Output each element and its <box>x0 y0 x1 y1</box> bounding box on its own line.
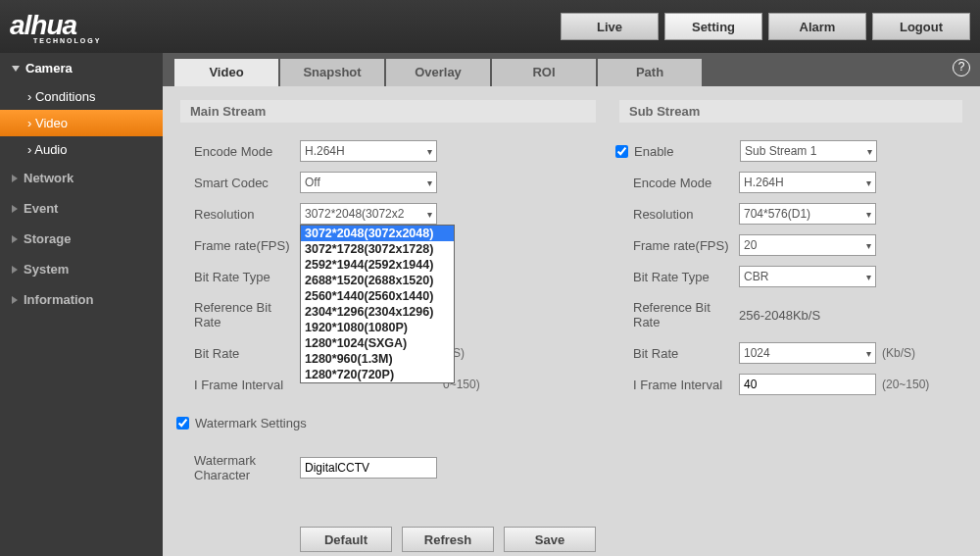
nav-alarm[interactable]: Alarm <box>768 13 866 40</box>
chevron-down-icon <box>12 66 20 72</box>
resolution-option[interactable]: 3072*2048(3072x2048) <box>301 226 454 241</box>
label-sub-bit-rate: Bit Rate <box>633 346 739 361</box>
label-smart-codec: Smart Codec <box>194 176 300 190</box>
sub-bit-rate-select[interactable]: 1024 <box>739 342 876 364</box>
main-encode-mode-select[interactable]: H.264H <box>300 140 437 162</box>
watermark-checkbox[interactable] <box>176 417 189 430</box>
main-stream-title: Main Stream <box>180 100 596 123</box>
sub-iframe-range: (20~150) <box>882 378 929 391</box>
label-sub-frame-rate: Frame rate(FPS) <box>633 238 739 253</box>
sidebar-item-system[interactable]: System <box>0 254 163 284</box>
label-encode-mode: Encode Mode <box>194 144 300 159</box>
resolution-option[interactable]: 1280*1024(SXGA) <box>301 335 454 351</box>
sidebar: Camera Conditions Video Audio Network Ev… <box>0 53 163 556</box>
resolution-option[interactable]: 3072*1728(3072x1728) <box>301 241 454 257</box>
sidebar-item-storage[interactable]: Storage <box>0 224 163 254</box>
sidebar-sub-audio[interactable]: Audio <box>0 136 163 163</box>
resolution-dropdown: 3072*2048(3072x2048) 3072*1728(3072x1728… <box>300 225 455 383</box>
tab-snapshot[interactable]: Snapshot <box>280 59 384 86</box>
label-watermark-char: Watermark Character <box>194 453 300 482</box>
sub-bit-rate-type-select[interactable]: CBR <box>739 266 876 287</box>
nav-live[interactable]: Live <box>561 13 659 40</box>
label-sub-reference-bit-rate: Reference Bit Rate <box>633 300 739 329</box>
label-sub-resolution: Resolution <box>633 207 739 222</box>
chevron-right-icon <box>12 266 18 274</box>
top-nav: Live Setting Alarm Logout <box>561 13 970 40</box>
brand-tagline: TECHNOLOGY <box>33 37 101 44</box>
sub-i-frame-input[interactable] <box>739 374 876 395</box>
sidebar-item-information[interactable]: Information <box>0 284 163 315</box>
brand-logo: alhua TECHNOLOGY <box>10 10 101 44</box>
resolution-option[interactable]: 2304*1296(2304x1296) <box>301 304 454 320</box>
chevron-right-icon <box>12 205 18 213</box>
main-resolution-select[interactable]: 3072*2048(3072x2 <box>300 203 437 225</box>
label-sub-i-frame: I Frame Interval <box>633 378 739 392</box>
main-smart-codec-select[interactable]: Off <box>300 172 437 193</box>
brand-text: alhua <box>10 10 76 40</box>
resolution-option[interactable]: 1280*720(720P) <box>301 367 454 382</box>
substream-select[interactable]: Sub Stream 1 <box>740 140 877 162</box>
default-button[interactable]: Default <box>300 527 392 552</box>
label-sub-encode-mode: Encode Mode <box>633 176 739 190</box>
chevron-right-icon <box>12 296 18 304</box>
label-resolution: Resolution <box>194 207 300 222</box>
label-frame-rate: Frame rate(FPS) <box>194 238 300 253</box>
sub-frame-rate-select[interactable]: 20 <box>739 234 876 256</box>
sub-encode-mode-select[interactable]: H.264H <box>739 172 876 193</box>
sub-resolution-select[interactable]: 704*576(D1) <box>739 203 876 225</box>
tab-roi[interactable]: ROI <box>492 59 596 86</box>
watermark-char-input[interactable] <box>300 457 437 479</box>
chevron-right-icon <box>12 235 18 243</box>
main-stream-panel: Main Stream Encode ModeH.264H Smart Code… <box>180 100 596 552</box>
sidebar-item-camera[interactable]: Camera <box>0 53 163 83</box>
nav-setting[interactable]: Setting <box>664 13 762 40</box>
sub-reference-value: 256-2048Kb/S <box>739 308 820 323</box>
sidebar-item-event[interactable]: Event <box>0 193 163 224</box>
tab-row: Video Snapshot Overlay ROI Path ? <box>163 53 980 86</box>
sub-stream-title: Sub Stream <box>619 100 962 123</box>
sidebar-sub-conditions[interactable]: Conditions <box>0 83 163 110</box>
label-sub-bit-rate-type: Bit Rate Type <box>633 270 739 284</box>
refresh-button[interactable]: Refresh <box>402 527 494 552</box>
tab-overlay[interactable]: Overlay <box>386 59 490 86</box>
tab-video[interactable]: Video <box>174 59 278 86</box>
chevron-right-icon <box>12 175 18 182</box>
save-button[interactable]: Save <box>504 527 596 552</box>
resolution-option[interactable]: 1920*1080(1080P) <box>301 320 454 335</box>
resolution-option[interactable]: 2688*1520(2688x1520) <box>301 273 454 288</box>
sub-bitrate-unit: (Kb/S) <box>882 346 915 360</box>
label-enable: Enable <box>634 144 740 159</box>
label-bit-rate-type: Bit Rate Type <box>194 270 300 284</box>
sub-stream-panel: Sub Stream EnableSub Stream 1 Encode Mod… <box>619 100 962 552</box>
resolution-option[interactable]: 1280*960(1.3M) <box>301 351 454 367</box>
resolution-option[interactable]: 2560*1440(2560x1440) <box>301 288 454 304</box>
substream-enable-checkbox[interactable] <box>615 145 628 158</box>
help-icon[interactable]: ? <box>953 59 970 76</box>
nav-logout[interactable]: Logout <box>872 13 970 40</box>
label-bit-rate: Bit Rate <box>194 346 300 361</box>
sidebar-sub-video[interactable]: Video <box>0 110 163 136</box>
label-reference-bit-rate: Reference Bit Rate <box>194 300 300 329</box>
tab-path[interactable]: Path <box>598 59 702 86</box>
label-watermark-settings: Watermark Settings <box>195 416 307 430</box>
resolution-option[interactable]: 2592*1944(2592x1944) <box>301 257 454 273</box>
label-i-frame: I Frame Interval <box>194 378 300 392</box>
topbar: alhua TECHNOLOGY Live Setting Alarm Logo… <box>0 0 980 53</box>
content-area: Video Snapshot Overlay ROI Path ? Main S… <box>163 53 980 556</box>
sidebar-item-network[interactable]: Network <box>0 163 163 193</box>
